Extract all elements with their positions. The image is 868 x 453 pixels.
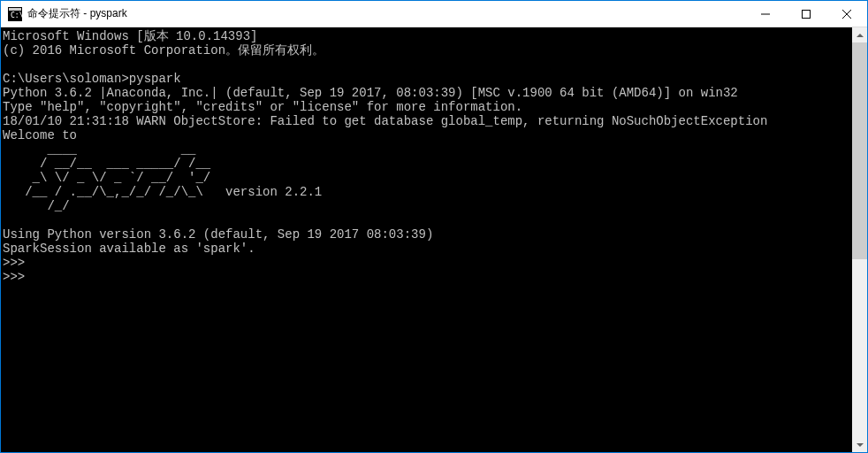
scroll-thumb[interactable] bbox=[852, 42, 867, 259]
spark-ascii-line: _\ \/ _ \/ _ `/ __/ '_/ bbox=[3, 171, 210, 185]
svg-marker-7 bbox=[857, 34, 864, 37]
maximize-button[interactable] bbox=[786, 1, 826, 27]
vertical-scrollbar[interactable] bbox=[852, 27, 867, 452]
terminal-output[interactable]: Microsoft Windows [版本 10.0.14393] (c) 20… bbox=[1, 27, 852, 452]
svg-rect-1 bbox=[9, 8, 21, 11]
svg-marker-8 bbox=[857, 443, 864, 447]
spark-ascii-line: / __/__ ___ _____/ /__ bbox=[3, 157, 210, 171]
terminal-line: Using Python version 3.6.2 (default, Sep… bbox=[3, 227, 433, 242]
cmd-icon: C:\ bbox=[8, 7, 22, 21]
terminal-line: Python 3.6.2 |Anaconda, Inc.| (default, … bbox=[3, 86, 738, 100]
terminal-line: Type "help", "copyright", "credits" or "… bbox=[3, 100, 522, 114]
scroll-track[interactable] bbox=[852, 42, 867, 437]
minimize-button[interactable] bbox=[745, 1, 786, 27]
terminal-line: (c) 2016 Microsoft Corporation。保留所有权利。 bbox=[3, 43, 324, 58]
terminal-prompt: >>> bbox=[3, 256, 25, 270]
scroll-down-arrow-icon[interactable] bbox=[852, 437, 867, 452]
window-controls bbox=[745, 1, 867, 27]
terminal-line: C:\Users\soloman>pyspark bbox=[3, 72, 181, 86]
window-title: 命令提示符 - pyspark bbox=[27, 6, 745, 21]
svg-text:C:\: C:\ bbox=[11, 12, 22, 19]
terminal-prompt: >>> bbox=[3, 270, 33, 284]
terminal-line: 18/01/10 21:31:18 WARN ObjectStore: Fail… bbox=[3, 114, 767, 128]
close-button[interactable] bbox=[826, 1, 867, 27]
spark-ascii-line: ____ __ bbox=[3, 142, 195, 157]
spark-ascii-line: /__ / .__/\_,_/_/ /_/\_\ version 2.2.1 bbox=[3, 185, 322, 199]
terminal-line: SparkSession available as 'spark'. bbox=[3, 242, 255, 256]
scroll-up-arrow-icon[interactable] bbox=[852, 27, 867, 42]
window-titlebar: C:\ 命令提示符 - pyspark bbox=[1, 1, 867, 27]
svg-rect-4 bbox=[803, 10, 811, 18]
terminal-container: Microsoft Windows [版本 10.0.14393] (c) 20… bbox=[1, 27, 867, 452]
terminal-line: Microsoft Windows [版本 10.0.14393] bbox=[3, 29, 257, 43]
spark-ascii-line: /_/ bbox=[3, 199, 70, 213]
terminal-line: Welcome to bbox=[3, 128, 77, 142]
